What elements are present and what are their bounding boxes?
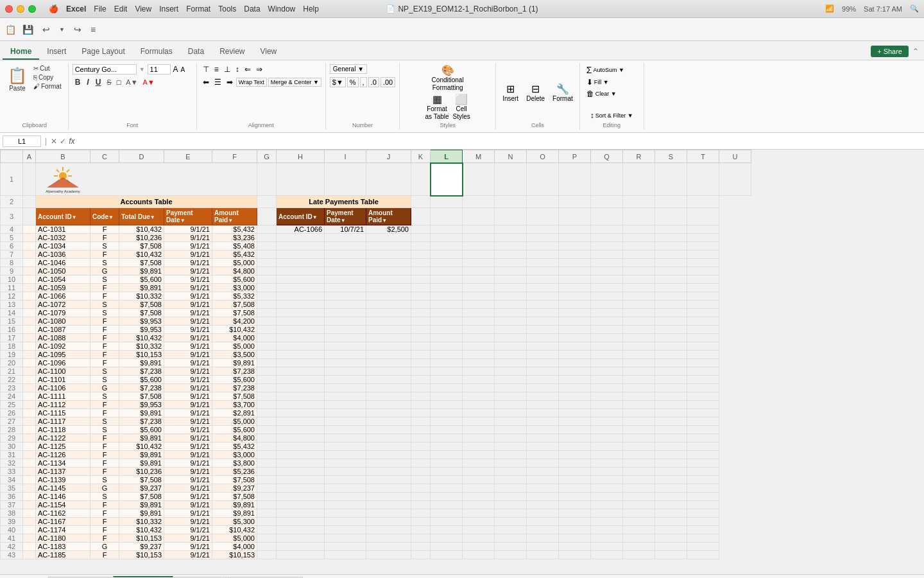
col-header-m[interactable]: M: [463, 150, 495, 163]
table-row[interactable]: 19 AC-1095 F $10,153 9/1/21 $3,500: [1, 351, 751, 359]
col-header-late-account-id[interactable]: Account ID▼: [277, 208, 325, 225]
table-row[interactable]: 40 AC-1174 F $10,432 9/1/21 $10,432: [1, 526, 751, 534]
font-name-input[interactable]: [73, 64, 137, 74]
tab-view[interactable]: View: [252, 44, 284, 60]
insert-function-button[interactable]: fx: [69, 137, 74, 146]
save-button[interactable]: 💾: [20, 23, 36, 36]
col-header-payment-date[interactable]: Payment Date▼: [164, 208, 212, 225]
table-row[interactable]: 33 AC-1137 F $10,236 9/1/21 $5,236: [1, 468, 751, 476]
add-sheet-button[interactable]: +: [304, 575, 319, 578]
menu-insert[interactable]: Insert: [159, 4, 178, 13]
table-row[interactable]: 30 AC-1125 F $10,432 9/1/21 $5,432: [1, 442, 751, 451]
menu-edit[interactable]: Edit: [114, 4, 128, 13]
col-header-h[interactable]: H: [277, 150, 325, 163]
table-row[interactable]: 11 AC-1059 F $9,891 9/1/21 $3,000: [1, 284, 751, 292]
minimize-button[interactable]: [17, 5, 24, 13]
strikethrough-button[interactable]: S: [105, 78, 113, 87]
col-header-d[interactable]: D: [119, 150, 164, 163]
format-painter-button[interactable]: 🖌Format: [31, 82, 64, 91]
font-color-button[interactable]: A▼: [141, 78, 157, 87]
customize-button[interactable]: ≡: [88, 23, 98, 36]
close-button[interactable]: [5, 5, 13, 13]
table-row[interactable]: 9 AC-1050 G $9,891 9/1/21 $4,800: [1, 267, 751, 276]
menu-file[interactable]: File: [94, 4, 106, 13]
align-left-button[interactable]: ⬅: [201, 77, 211, 87]
col-header-total-due[interactable]: Total Due▼: [119, 208, 164, 225]
apple-menu[interactable]: 🍎: [49, 4, 58, 13]
col-header-late-payment-date[interactable]: Payment Date▼: [325, 208, 366, 225]
col-header-amount-paid[interactable]: Amount Paid▼: [212, 208, 257, 225]
undo-dropdown[interactable]: ▼: [56, 25, 67, 34]
table-row[interactable]: 23 AC-1106 G $7,238 9/1/21 $7,238: [1, 384, 751, 392]
col-header-t[interactable]: T: [687, 150, 719, 163]
maximize-button[interactable]: [28, 5, 36, 13]
copy-button[interactable]: ⎘Copy: [31, 73, 64, 82]
table-row[interactable]: 34 AC-1139 S $7,508 9/1/21 $7,508: [1, 476, 751, 484]
table-row[interactable]: 37 AC-1154 F $9,891 9/1/21 $9,891: [1, 501, 751, 509]
col-header-k[interactable]: K: [411, 150, 431, 163]
orientation-button[interactable]: ↕: [234, 64, 241, 74]
table-row[interactable]: 36 AC-1146 S $7,508 9/1/21 $7,508: [1, 493, 751, 501]
menu-window[interactable]: Window: [268, 4, 296, 13]
fill-button[interactable]: ⬇ Fill ▼: [584, 77, 612, 87]
table-row[interactable]: 10 AC-1054 S $5,600 9/1/21 $5,600: [1, 276, 751, 284]
table-row[interactable]: 38 AC-1162 F $9,891 9/1/21 $9,891: [1, 509, 751, 518]
underline-button[interactable]: U: [93, 77, 104, 87]
table-row[interactable]: 20 AC-1096 F $9,891 9/1/21 $9,891: [1, 359, 751, 367]
col-header-c[interactable]: C: [90, 150, 119, 163]
table-row[interactable]: 41 AC-1180 F $10,153 9/1/21 $5,000: [1, 534, 751, 543]
share-button[interactable]: + Share: [871, 46, 909, 57]
col-header-code[interactable]: Code▼: [90, 208, 119, 225]
table-row[interactable]: 28 AC-1118 S $5,600 9/1/21 $5,600: [1, 426, 751, 434]
table-row[interactable]: 21 AC-1100 S $7,238 9/1/21 $7,238: [1, 367, 751, 376]
bold-button[interactable]: B: [73, 77, 83, 87]
col-header-u[interactable]: U: [719, 150, 751, 163]
sheet-container[interactable]: A B C D E F G H I J K L M N O P Q: [0, 150, 924, 574]
table-row[interactable]: 25 AC-1112 F $9,953 9/1/21 $3,700: [1, 401, 751, 409]
align-bottom-button[interactable]: ⊥: [222, 64, 232, 74]
table-row[interactable]: 16 AC-1087 F $9,953 9/1/21 $10,432: [1, 326, 751, 334]
border-button[interactable]: □: [115, 78, 123, 87]
tab-insert[interactable]: Insert: [39, 44, 74, 60]
currency-button[interactable]: $▼: [330, 77, 346, 87]
paste-button[interactable]: 📋 Paste: [5, 64, 30, 121]
autosum-button[interactable]: Σ AutoSum ▼: [584, 64, 627, 76]
tab-home[interactable]: Home: [3, 44, 39, 60]
align-right-button[interactable]: ➡: [225, 77, 235, 87]
col-header-g[interactable]: G: [257, 150, 277, 163]
decimal-increase-button[interactable]: .0: [368, 77, 379, 87]
format-cells-button[interactable]: 🔧 Format: [550, 82, 576, 103]
col-header-l[interactable]: L: [431, 150, 463, 163]
table-row[interactable]: 12 AC-1066 F $10,332 9/1/21 $5,332: [1, 292, 751, 301]
formula-input[interactable]: [80, 137, 921, 146]
font-size-input[interactable]: [148, 64, 171, 74]
col-header-q[interactable]: Q: [591, 150, 623, 163]
merge-center-button[interactable]: Merge & Center ▼: [268, 78, 321, 87]
align-center-button[interactable]: ☰: [212, 77, 223, 87]
col-header-n[interactable]: N: [495, 150, 527, 163]
tab-review[interactable]: Review: [212, 44, 252, 60]
align-middle-button[interactable]: ≡: [212, 64, 221, 74]
table-row[interactable]: 17 AC-1088 F $10,432 9/1/21 $4,000: [1, 334, 751, 342]
col-header-p[interactable]: P: [559, 150, 591, 163]
menu-help[interactable]: Help: [303, 4, 319, 13]
menu-tools[interactable]: Tools: [218, 4, 236, 13]
collapse-ribbon-button[interactable]: ⌃: [912, 47, 919, 56]
col-header-e[interactable]: E: [164, 150, 212, 163]
menu-data[interactable]: Data: [244, 4, 260, 13]
wrap-text-button[interactable]: Wrap Text: [236, 78, 267, 87]
table-row[interactable]: 24 AC-1111 S $7,508 9/1/21 $7,508: [1, 392, 751, 401]
table-row[interactable]: 8 AC-1046 S $7,508 9/1/21 $5,000: [1, 259, 751, 267]
table-row[interactable]: 6 AC-1034 S $7,508 9/1/21 $5,408: [1, 242, 751, 250]
format-as-table-button[interactable]: ▦Formatas Table: [425, 93, 449, 121]
table-row[interactable]: 18 AC-1092 F $10,332 9/1/21 $5,000: [1, 342, 751, 351]
table-row[interactable]: 43 AC-1185 F $10,153 9/1/21 $10,153: [1, 551, 751, 559]
col-header-late-amount-paid[interactable]: Amount Paid▼: [366, 208, 411, 225]
table-row[interactable]: 35 AC-1145 G $9,237 9/1/21 $9,237: [1, 484, 751, 493]
col-header-b[interactable]: B: [36, 150, 90, 163]
insert-cells-button[interactable]: ⊞ Insert: [500, 82, 521, 103]
table-row[interactable]: 7 AC-1036 F $10,432 9/1/21 $5,432: [1, 250, 751, 259]
tab-formulas[interactable]: Formulas: [133, 44, 180, 60]
table-row[interactable]: 39 AC-1167 F $10,332 9/1/21 $5,300: [1, 518, 751, 526]
undo-button[interactable]: ↩: [40, 23, 53, 36]
